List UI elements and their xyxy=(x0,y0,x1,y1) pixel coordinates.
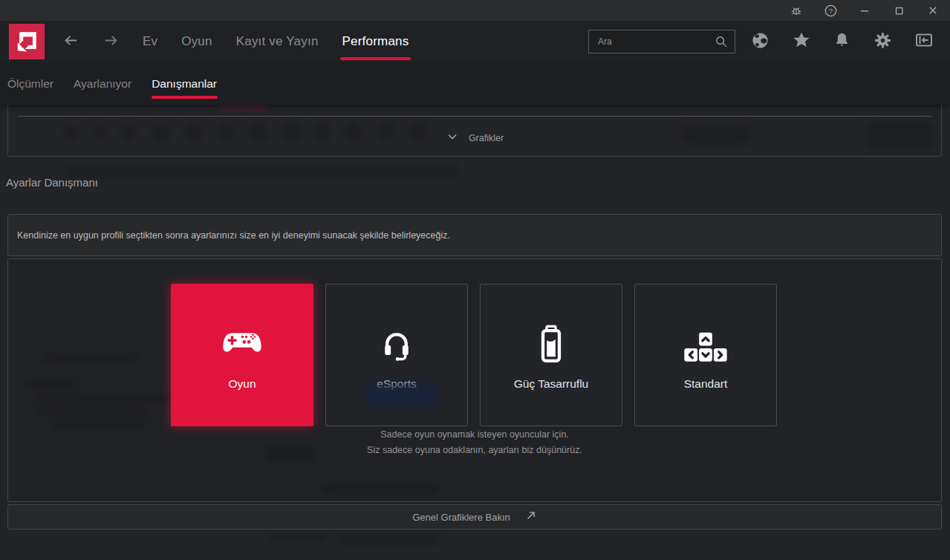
section-title: Ayarlar Danışmanı xyxy=(6,176,98,189)
forward-button[interactable] xyxy=(101,32,120,51)
profile-card-power-saving[interactable]: Güç Tasarruflu xyxy=(480,284,622,426)
performance-subnav: Ölçümler Ayarlanıyor Danışmanlar xyxy=(0,62,950,105)
battery-icon xyxy=(532,319,570,365)
titlebar: ? xyxy=(0,0,950,21)
profile-description-line1: Sadece oyun oynamak isteyen oyuncular iç… xyxy=(8,429,941,440)
dimmed-background-content xyxy=(267,533,327,542)
search-icon xyxy=(713,33,729,53)
profile-card-standard[interactable]: Standart xyxy=(634,284,777,426)
subnav-tab-metrics[interactable]: Ölçümler xyxy=(7,62,53,105)
main-nav-tabs: Ev Oyun Kayıt ve Yayın Performans xyxy=(143,21,409,62)
dimmed-background-content xyxy=(23,380,77,388)
headset-icon xyxy=(377,319,417,365)
amd-logo xyxy=(9,24,45,59)
general-graphics-link-label: Genel Grafiklere Bakın xyxy=(412,512,510,523)
subnav-tab-advisors[interactable]: Danışmanlar xyxy=(152,62,217,105)
navbar-icon-group xyxy=(740,21,944,62)
dimmed-background-content xyxy=(36,407,148,415)
close-button[interactable] xyxy=(916,0,950,21)
arrow-keys-icon xyxy=(682,319,729,365)
gear-icon xyxy=(873,30,893,53)
dimmed-background-content xyxy=(322,484,439,495)
advisor-intro-panel: Kendinize en uygun profili seçtikten son… xyxy=(7,214,942,256)
radeon-software-window: ? xyxy=(0,0,950,560)
profile-description-line2: Siz sadece oyuna odaklanın, ayarları biz… xyxy=(8,445,941,455)
main-navbar: Ev Oyun Kayıt ve Yayın Performans xyxy=(0,21,950,62)
gamepad-icon xyxy=(218,319,267,365)
globe-icon xyxy=(750,30,770,53)
arrow-left-icon xyxy=(62,31,80,53)
help-icon: ? xyxy=(823,3,839,19)
help-button[interactable]: ? xyxy=(813,0,847,21)
profile-card-label: Standart xyxy=(684,377,728,391)
nav-tab-gaming[interactable]: Oyun xyxy=(181,21,212,62)
bug-report-button[interactable] xyxy=(779,0,813,21)
back-button[interactable] xyxy=(61,32,80,51)
graphics-expand-button[interactable]: Grafikler xyxy=(0,129,950,147)
favorites-button[interactable] xyxy=(781,21,822,62)
profile-card-label: Oyun xyxy=(228,377,256,391)
close-icon xyxy=(925,3,940,18)
minimize-icon xyxy=(857,3,872,18)
nav-tab-home[interactable]: Ev xyxy=(143,21,157,62)
bug-icon xyxy=(789,3,804,18)
dimmed-background-content xyxy=(42,353,138,362)
notifications-button[interactable] xyxy=(822,21,862,62)
star-icon xyxy=(791,30,812,53)
nav-tab-performance[interactable]: Performans xyxy=(342,21,409,62)
profile-card-gaming[interactable]: Oyun xyxy=(171,284,313,426)
settings-button[interactable] xyxy=(862,21,903,62)
maximize-button[interactable] xyxy=(882,0,916,21)
dimmed-background-content xyxy=(54,420,143,430)
bell-icon xyxy=(832,30,852,53)
amd-arrow-mark xyxy=(14,29,39,54)
arrow-right-icon xyxy=(102,31,120,53)
dimmed-background-content xyxy=(338,533,438,544)
graphics-panel-label: Grafikler xyxy=(469,133,504,143)
minimize-button[interactable] xyxy=(847,0,882,21)
profile-card-label: eSports xyxy=(377,377,416,391)
divider xyxy=(18,116,932,117)
svg-text:?: ? xyxy=(828,7,832,15)
profile-card-label: Güç Tasarruflu xyxy=(514,377,589,391)
chevron-down-icon xyxy=(446,131,458,146)
profile-cards-panel: Oyun eSports xyxy=(7,258,942,502)
subnav-tab-tuning[interactable]: Ayarlanıyor xyxy=(74,62,131,105)
dimmed-background-content xyxy=(65,165,459,178)
maximize-icon xyxy=(892,4,906,18)
globe-button[interactable] xyxy=(740,21,781,62)
dock-panel-icon xyxy=(914,30,934,53)
general-graphics-link-row[interactable]: Genel Grafiklere Bakın xyxy=(7,504,942,530)
nav-tab-record-stream[interactable]: Kayıt ve Yayın xyxy=(236,21,319,62)
content-area: Grafikler Ayarlar Danışmanı Kendinize en… xyxy=(0,105,950,560)
advisor-intro-text: Kendinize en uygun profili seçtikten son… xyxy=(17,230,450,241)
search-box xyxy=(588,30,735,53)
dimmed-background-content xyxy=(36,394,178,403)
external-link-arrow-icon xyxy=(525,509,537,524)
profile-card-esports[interactable]: eSports xyxy=(325,284,468,426)
dock-panel-button[interactable] xyxy=(903,21,944,62)
